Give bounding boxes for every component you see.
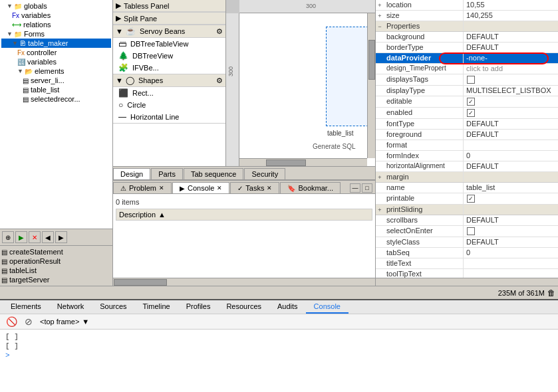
prop-value-location[interactable]: 10,55	[464, 0, 558, 10]
console-scrollbar-h[interactable]	[113, 278, 375, 286]
devtools-console-content[interactable]: [ ] [ ] >	[0, 330, 558, 392]
tree-item-controller[interactable]: Fx controller	[1, 48, 111, 57]
expand-margin-section[interactable]: +	[376, 172, 384, 182]
palette-item-rect[interactable]: ⬛ Rect...	[113, 87, 225, 99]
prop-value-design-time[interactable]: click to add	[464, 64, 558, 74]
prop-value-horizontalAlignment[interactable]: DEFAULT	[464, 161, 558, 171]
console-tab-close[interactable]: ✕	[217, 185, 222, 191]
displaysTags-checkbox[interactable]	[467, 76, 475, 84]
console-tab-tasks[interactable]: ✓ Tasks ✕	[230, 182, 279, 193]
expand-name[interactable]	[376, 183, 384, 193]
toolbar-btn-run[interactable]: ▶	[15, 231, 27, 243]
console-scroll-thumb[interactable]	[114, 279, 167, 286]
prop-value-background[interactable]: DEFAULT	[464, 32, 558, 42]
palette-header-servoy[interactable]: ▼ ☕ Servoy Beans ⚙	[113, 25, 225, 38]
tree-item-table-list[interactable]: ▤ table_list	[1, 85, 111, 94]
prop-value-scrollbars[interactable]: DEFAULT	[464, 215, 558, 225]
frame-dropdown-arrow[interactable]: ▼	[82, 318, 89, 326]
devtools-filter-btn[interactable]: ⊘	[23, 316, 35, 328]
tree-item-table-maker[interactable]: ▼ 🖹 table_maker	[1, 39, 111, 48]
devtools-tab-profiles[interactable]: Profiles	[178, 300, 219, 314]
prop-value-borderType[interactable]: DEFAULT	[464, 43, 558, 52]
expand-size[interactable]: +	[376, 11, 384, 21]
expand-scrollbars[interactable]	[376, 215, 384, 225]
tree-item-server-list[interactable]: ▤ server_li...	[1, 76, 111, 85]
expand-enabled[interactable]	[376, 108, 384, 118]
problem-tab-close[interactable]: ✕	[159, 185, 164, 191]
expand-dataProvider[interactable]	[376, 53, 384, 63]
canvas-content[interactable]: table_list Generate SQL	[239, 13, 375, 166]
expand-editable[interactable]	[376, 96, 384, 107]
expand-titleText[interactable]	[376, 258, 384, 268]
tab-parts[interactable]: Parts	[151, 168, 183, 179]
expand-horizontalAlignment[interactable]	[376, 161, 384, 171]
expand-tabSeq[interactable]	[376, 248, 384, 258]
devtools-tab-resources[interactable]: Resources	[218, 300, 269, 314]
canvas-area[interactable]: 300 300 table_list Generate SQL	[226, 0, 375, 166]
prop-row-dataProvider[interactable]: dataProvider -none-	[376, 53, 558, 64]
tab-security[interactable]: Security	[244, 168, 285, 179]
editable-checkbox[interactable]	[467, 98, 475, 106]
tree-item-vars[interactable]: 🔣 variables	[1, 57, 111, 66]
devtools-tab-sources[interactable]: Sources	[92, 300, 134, 314]
expand-displayType[interactable]	[376, 86, 384, 96]
prop-value-format[interactable]	[464, 140, 558, 150]
expand-design-time[interactable]	[376, 64, 384, 74]
tab-design[interactable]: Design	[113, 168, 150, 179]
expand-displaysTags[interactable]	[376, 74, 384, 85]
prop-value-styleClass[interactable]: DEFAULT	[464, 237, 558, 247]
expand-selectOnEnter[interactable]	[376, 226, 384, 237]
palette-header-shapes[interactable]: ▼ ◯ Shapes ⚙	[113, 74, 225, 87]
sidebar-item-operationResult[interactable]: ▤ operationResult	[1, 256, 111, 266]
printable-checkbox[interactable]	[467, 195, 475, 203]
console-tab-bookmarks[interactable]: 🔖 Bookmar...	[280, 182, 341, 193]
devtools-tab-audits[interactable]: Audits	[269, 300, 306, 314]
toolbar-btn-delete[interactable]: ✕	[29, 231, 41, 243]
expand-properties-section[interactable]: −	[376, 21, 384, 31]
palette-item-hline[interactable]: — Horizontal Line	[113, 111, 225, 123]
expand-borderType[interactable]	[376, 43, 384, 52]
expand-styleClass[interactable]	[376, 237, 384, 247]
prop-value-fontType[interactable]: DEFAULT	[464, 119, 558, 129]
devtools-tab-timeline[interactable]: Timeline	[135, 300, 178, 314]
tasks-tab-close[interactable]: ✕	[267, 185, 272, 191]
toolbar-btn-forward[interactable]: ▶	[55, 231, 67, 243]
palette-item-dbtree-table[interactable]: 🗃 DBTreeTableView	[113, 38, 225, 50]
sidebar-item-tableList[interactable]: ▤ tableList	[1, 266, 111, 275]
prop-value-foreground[interactable]: DEFAULT	[464, 130, 558, 140]
scroll-thumb-v[interactable]	[368, 40, 375, 80]
sidebar-item-targetServer[interactable]: ▤ targetServer	[1, 275, 111, 284]
console-tab-console[interactable]: ▶ Console ✕	[172, 182, 229, 193]
prop-value-titleText[interactable]	[464, 258, 558, 268]
tab-tab-sequence[interactable]: Tab sequence	[184, 168, 244, 179]
selectOnEnter-checkbox[interactable]	[467, 227, 475, 235]
console-maximize-btn[interactable]: □	[362, 183, 372, 193]
expand-formIndex[interactable]	[376, 151, 384, 161]
memory-gc-icon[interactable]: 🗑	[547, 288, 555, 298]
prop-value-formIndex[interactable]: 0	[464, 151, 558, 161]
console-tab-problem[interactable]: ⚠ Problem ✕	[113, 182, 172, 193]
prop-value-name[interactable]: table_list	[464, 183, 558, 193]
devtools-clear-btn[interactable]: 🚫	[5, 316, 17, 328]
prop-value-displayType[interactable]: MULTISELECT_LISTBOX	[464, 86, 558, 96]
sidebar-item-createStatement[interactable]: ▤ createStatement	[1, 247, 111, 256]
tree-item-variables[interactable]: Fx variables	[1, 11, 111, 20]
tree-item-elements[interactable]: ▼ 📂 elements	[1, 66, 111, 76]
enabled-checkbox[interactable]	[467, 109, 475, 117]
props-scrollbar[interactable]	[376, 278, 558, 286]
expand-toolTipText[interactable]	[376, 269, 384, 278]
palette-item-circle[interactable]: ○ Circle	[113, 99, 225, 111]
prop-value-size[interactable]: 140,255	[464, 11, 558, 21]
devtools-tab-console[interactable]: Console	[306, 300, 349, 314]
expand-foreground[interactable]	[376, 130, 384, 140]
prop-value-tabSeq[interactable]: 0	[464, 248, 558, 258]
expand-printSliding-section[interactable]: +	[376, 205, 384, 215]
toolbar-btn-new[interactable]: ⊕	[2, 231, 14, 243]
expand-printable[interactable]	[376, 193, 384, 204]
devtools-tab-network[interactable]: Network	[49, 300, 92, 314]
canvas-scrollbar-h[interactable]	[239, 158, 367, 166]
devtools-tab-elements[interactable]: Elements	[3, 300, 49, 314]
tree-item-relations[interactable]: ⟷ relations	[1, 20, 111, 29]
prop-value-toolTipText[interactable]	[464, 269, 558, 278]
tree-item-selected-record[interactable]: ▤ selectedrecor...	[1, 94, 111, 104]
